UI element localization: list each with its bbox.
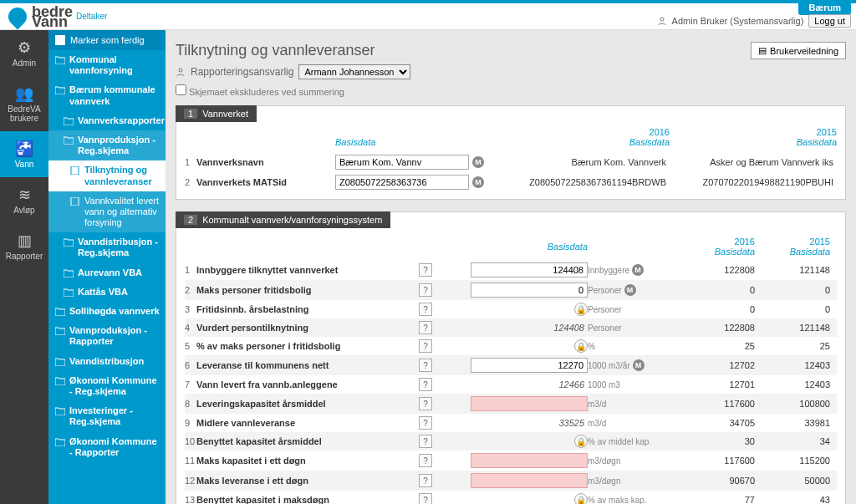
tree-okonomi-rap[interactable]: Økonomi Kommune - Rapporter	[48, 432, 166, 462]
s2-v2016: 122808	[680, 323, 755, 333]
responsible-select[interactable]: Armann Johannesson	[298, 64, 410, 79]
logo-subtitle: Deltaker	[76, 12, 107, 21]
folder-icon	[64, 117, 74, 125]
m-badge-icon: M	[624, 284, 636, 296]
unit-label: 1000 m3/år	[588, 361, 630, 370]
help-button[interactable]: ?	[419, 378, 432, 391]
help-button[interactable]: ?	[419, 283, 432, 297]
unit-label: Innbyggere	[588, 266, 629, 275]
tree-baerum-vv[interactable]: Bærum kommunale vannverk	[48, 80, 166, 110]
s2-v2016: 0	[680, 304, 755, 314]
s2-row-3: 3Fritidsinnb. årsbelastning?🔒Personer00	[185, 300, 837, 318]
s2-v2015: 33981	[755, 418, 830, 428]
s2-calc-9: 33525	[471, 418, 588, 428]
help-button[interactable]: ?	[419, 263, 432, 277]
folder-icon	[55, 327, 65, 335]
s2-calc-4: 124408	[471, 323, 588, 333]
s2-input-6[interactable]	[471, 358, 588, 373]
s2-v2016: 0	[680, 285, 755, 295]
folder-icon	[55, 358, 65, 366]
checkbox-icon[interactable]	[55, 35, 65, 45]
tree-vanndist-reg[interactable]: Vanndistribusjon - Reg.skjema	[48, 232, 166, 262]
s2-v2016: 12701	[680, 379, 755, 389]
tree-vanndist[interactable]: Vanndistribusjon	[48, 352, 166, 371]
tree-vvrapporter[interactable]: Vannverksrapporter	[48, 111, 166, 130]
logout-button[interactable]: Logg ut	[808, 14, 851, 28]
s2-v2016: 25	[680, 341, 755, 351]
s2-v2015: 0	[755, 304, 830, 314]
s1-row-1: 1Vannverksnavn M Bærum Kom. Vannverk Ask…	[185, 152, 837, 172]
unit-label: % av maks kap.	[588, 496, 647, 505]
chart-icon: ▥	[2, 232, 47, 250]
tree-okonomi-reg[interactable]: Økonomi Kommune - Reg.skjema	[48, 371, 166, 401]
tree-tilknytning[interactable]: Tilknytning og vannleveranser	[48, 160, 166, 191]
rail-brukere[interactable]: 👥BedreVA brukere	[0, 76, 48, 131]
m-badge-icon: M	[632, 264, 644, 276]
s2-row-4: 4Vurdert persontilknytning?124408Persone…	[185, 318, 837, 337]
panel-header: 2Kommunalt vannverk/vannforsyningssystem	[176, 211, 390, 228]
s2-v2015: 12403	[755, 379, 830, 389]
tree-sollihogda[interactable]: Sollihøgda vannverk	[48, 302, 166, 321]
tree-vannkvalitet[interactable]: Vannkvalitet levert vann og alternativ f…	[48, 191, 166, 233]
s2-row-12: 12Maks leveranse i ett døgn?m3/døgn90670…	[185, 471, 837, 491]
help-button[interactable]: ?	[419, 474, 432, 487]
s2-input-12[interactable]	[471, 473, 588, 488]
s2-input-1[interactable]	[471, 262, 588, 277]
s2-input-11[interactable]	[471, 453, 588, 468]
svg-rect-1	[71, 166, 79, 175]
s2-row-7: 7Vann levert fra vannb.anleggene?1246610…	[185, 375, 837, 394]
col-2015: 2015Basisdata	[670, 127, 837, 147]
tree-investeringer[interactable]: Investeringer - Reg.skjema	[48, 401, 166, 431]
unit-label: m3/d	[588, 419, 606, 428]
lock-icon: 🔒	[574, 493, 588, 504]
help-button[interactable]: ?	[419, 416, 432, 430]
user-icon	[176, 67, 186, 77]
tree-vannprod-rap[interactable]: Vannproduksjon - Rapporter	[48, 321, 166, 351]
rail-vann[interactable]: 🚰Vann	[0, 131, 48, 177]
responsible-row: Rapporteringsansvarlig Armann Johannesso…	[176, 64, 846, 79]
help-button[interactable]: ?	[419, 359, 432, 372]
vannverksnavn-input[interactable]	[335, 155, 469, 170]
s2-input-8[interactable]	[471, 396, 588, 411]
help-button[interactable]: ?	[419, 435, 432, 448]
content-area: ▤Brukerveiledning Tilknytning og vannlev…	[166, 30, 856, 504]
tree-kommunal[interactable]: Kommunal vannforsyning	[48, 50, 166, 80]
s2-input-2[interactable]	[471, 283, 588, 298]
tree-kattas[interactable]: Kattås VBA	[48, 283, 166, 302]
tree-vannprod-reg[interactable]: Vannproduksjon - Reg.skjema	[48, 130, 166, 160]
app-header: bedreVann Deltaker Bærum Admin Bruker (S…	[0, 3, 856, 30]
guide-button[interactable]: ▤Brukerveiledning	[751, 42, 846, 59]
col-basisdata: Basisdata	[548, 242, 588, 252]
s2-v2016: 122808	[680, 265, 755, 275]
rail-avlop[interactable]: ≋Avløp	[0, 177, 48, 223]
user-icon	[657, 16, 667, 26]
m-badge-icon: M	[472, 156, 484, 168]
s2-v2016: 34705	[680, 418, 755, 428]
rail-rapporter[interactable]: ▥Rapporter	[0, 223, 48, 269]
page-title: Tilknytning og vannleveranser	[176, 42, 846, 59]
help-button[interactable]: ?	[419, 493, 432, 504]
help-button[interactable]: ?	[419, 303, 432, 316]
help-button[interactable]: ?	[419, 397, 432, 410]
s2-row-6: 6Leveranse til kommunens nett?1000 m3/år…	[185, 355, 837, 375]
s2-row-9: 9Midlere vannleveranse?33525m3/d34705339…	[185, 414, 837, 432]
exclude-checkbox[interactable]	[176, 84, 186, 95]
help-button[interactable]: ?	[419, 321, 432, 334]
folder-icon	[64, 238, 74, 247]
drain-icon: ≋	[2, 186, 47, 204]
current-user: Admin Bruker (Systemansvarlig)	[672, 16, 804, 26]
panel-header: 1Vannverket	[176, 105, 257, 122]
svg-point-3	[179, 69, 182, 72]
exclude-row: Skjemaet ekskluderes ved summering	[176, 84, 846, 97]
rail-admin[interactable]: ⚙Admin	[0, 30, 48, 76]
s2-row-10: 10Benyttet kapasitet årsmiddel?🔒% av mid…	[185, 432, 837, 451]
help-button[interactable]: ?	[419, 339, 432, 353]
matsid-input[interactable]	[335, 175, 469, 190]
panel-vannverket: 1Vannverket Basisdata 2016Basisdata 2015…	[176, 105, 846, 200]
mark-done-row[interactable]: Marker som ferdig	[48, 30, 166, 50]
s2-v2015: 115200	[755, 456, 830, 466]
s2-v2015: 25	[755, 341, 830, 351]
tree-aurevann[interactable]: Aurevann VBA	[48, 263, 166, 283]
help-button[interactable]: ?	[419, 454, 432, 467]
col-2016: 2016Basisdata	[680, 237, 755, 257]
